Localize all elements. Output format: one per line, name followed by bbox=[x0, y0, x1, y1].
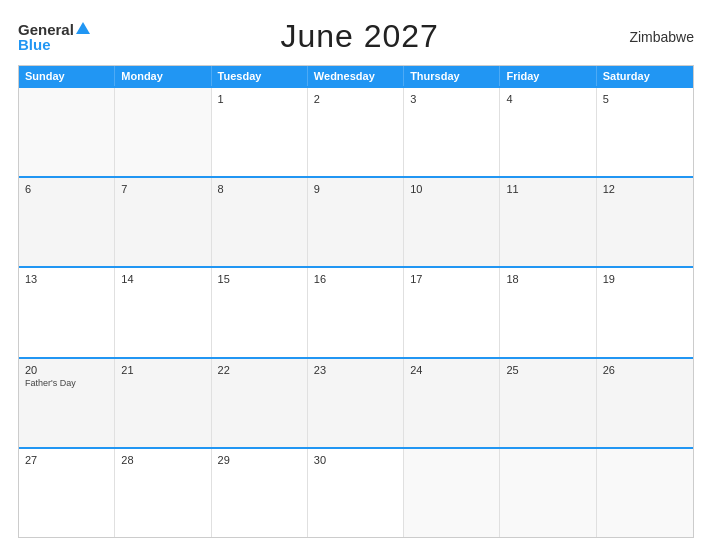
day-number: 11 bbox=[506, 183, 589, 195]
day-number: 27 bbox=[25, 454, 108, 466]
day-cell-w3-d6: 18 bbox=[500, 268, 596, 356]
logo-blue-text: Blue bbox=[18, 37, 51, 52]
header-friday: Friday bbox=[500, 66, 596, 86]
day-number: 16 bbox=[314, 273, 397, 285]
day-number: 1 bbox=[218, 93, 301, 105]
day-cell-w3-d7: 19 bbox=[597, 268, 693, 356]
day-number: 9 bbox=[314, 183, 397, 195]
day-cell-w4-d4: 23 bbox=[308, 359, 404, 447]
weeks-container: 1234567891011121314151617181920Father's … bbox=[19, 86, 693, 537]
day-cell-w1-d6: 4 bbox=[500, 88, 596, 176]
logo-triangle-icon bbox=[76, 22, 90, 34]
day-number: 6 bbox=[25, 183, 108, 195]
day-cell-w4-d1: 20Father's Day bbox=[19, 359, 115, 447]
day-number: 14 bbox=[121, 273, 204, 285]
day-number: 20 bbox=[25, 364, 108, 376]
day-cell-w1-d1 bbox=[19, 88, 115, 176]
day-cell-w1-d7: 5 bbox=[597, 88, 693, 176]
day-event: Father's Day bbox=[25, 378, 76, 388]
week-row-2: 6789101112 bbox=[19, 176, 693, 266]
calendar-grid: Sunday Monday Tuesday Wednesday Thursday… bbox=[18, 65, 694, 538]
header-saturday: Saturday bbox=[597, 66, 693, 86]
day-number: 25 bbox=[506, 364, 589, 376]
day-number: 10 bbox=[410, 183, 493, 195]
day-cell-w5-d4: 30 bbox=[308, 449, 404, 537]
logo: General Blue bbox=[18, 22, 90, 52]
day-cell-w2-d5: 10 bbox=[404, 178, 500, 266]
day-number: 23 bbox=[314, 364, 397, 376]
day-number: 30 bbox=[314, 454, 397, 466]
day-cell-w3-d3: 15 bbox=[212, 268, 308, 356]
day-number: 19 bbox=[603, 273, 687, 285]
day-cell-w5-d5 bbox=[404, 449, 500, 537]
day-number: 15 bbox=[218, 273, 301, 285]
day-cell-w4-d3: 22 bbox=[212, 359, 308, 447]
day-cell-w1-d5: 3 bbox=[404, 88, 500, 176]
day-number: 4 bbox=[506, 93, 589, 105]
day-number: 2 bbox=[314, 93, 397, 105]
calendar-title: June 2027 bbox=[280, 18, 438, 55]
day-cell-w4-d5: 24 bbox=[404, 359, 500, 447]
day-cell-w5-d2: 28 bbox=[115, 449, 211, 537]
day-number: 28 bbox=[121, 454, 204, 466]
day-cell-w1-d4: 2 bbox=[308, 88, 404, 176]
week-row-1: 12345 bbox=[19, 86, 693, 176]
day-cell-w2-d6: 11 bbox=[500, 178, 596, 266]
day-number: 13 bbox=[25, 273, 108, 285]
day-number: 26 bbox=[603, 364, 687, 376]
header-thursday: Thursday bbox=[404, 66, 500, 86]
day-number: 21 bbox=[121, 364, 204, 376]
day-cell-w3-d4: 16 bbox=[308, 268, 404, 356]
day-cell-w5-d6 bbox=[500, 449, 596, 537]
week-row-5: 27282930 bbox=[19, 447, 693, 537]
day-number: 3 bbox=[410, 93, 493, 105]
logo-general-text: General bbox=[18, 22, 74, 37]
header-monday: Monday bbox=[115, 66, 211, 86]
day-cell-w4-d7: 26 bbox=[597, 359, 693, 447]
day-headers-row: Sunday Monday Tuesday Wednesday Thursday… bbox=[19, 66, 693, 86]
day-cell-w2-d7: 12 bbox=[597, 178, 693, 266]
header-tuesday: Tuesday bbox=[212, 66, 308, 86]
day-number: 7 bbox=[121, 183, 204, 195]
week-row-3: 13141516171819 bbox=[19, 266, 693, 356]
day-number: 8 bbox=[218, 183, 301, 195]
day-cell-w3-d5: 17 bbox=[404, 268, 500, 356]
day-cell-w4-d6: 25 bbox=[500, 359, 596, 447]
day-cell-w4-d2: 21 bbox=[115, 359, 211, 447]
day-cell-w3-d1: 13 bbox=[19, 268, 115, 356]
day-cell-w2-d3: 8 bbox=[212, 178, 308, 266]
day-cell-w2-d4: 9 bbox=[308, 178, 404, 266]
day-cell-w5-d1: 27 bbox=[19, 449, 115, 537]
day-cell-w1-d3: 1 bbox=[212, 88, 308, 176]
day-cell-w5-d7 bbox=[597, 449, 693, 537]
week-row-4: 20Father's Day212223242526 bbox=[19, 357, 693, 447]
day-number: 18 bbox=[506, 273, 589, 285]
day-cell-w2-d1: 6 bbox=[19, 178, 115, 266]
day-cell-w3-d2: 14 bbox=[115, 268, 211, 356]
day-cell-w2-d2: 7 bbox=[115, 178, 211, 266]
header-wednesday: Wednesday bbox=[308, 66, 404, 86]
day-number: 24 bbox=[410, 364, 493, 376]
header: General Blue June 2027 Zimbabwe bbox=[18, 18, 694, 55]
country-label: Zimbabwe bbox=[629, 29, 694, 45]
day-number: 29 bbox=[218, 454, 301, 466]
calendar-page: General Blue June 2027 Zimbabwe Sunday M… bbox=[0, 0, 712, 550]
day-number: 17 bbox=[410, 273, 493, 285]
day-cell-w5-d3: 29 bbox=[212, 449, 308, 537]
day-number: 22 bbox=[218, 364, 301, 376]
header-sunday: Sunday bbox=[19, 66, 115, 86]
day-cell-w1-d2 bbox=[115, 88, 211, 176]
day-number: 12 bbox=[603, 183, 687, 195]
day-number: 5 bbox=[603, 93, 687, 105]
